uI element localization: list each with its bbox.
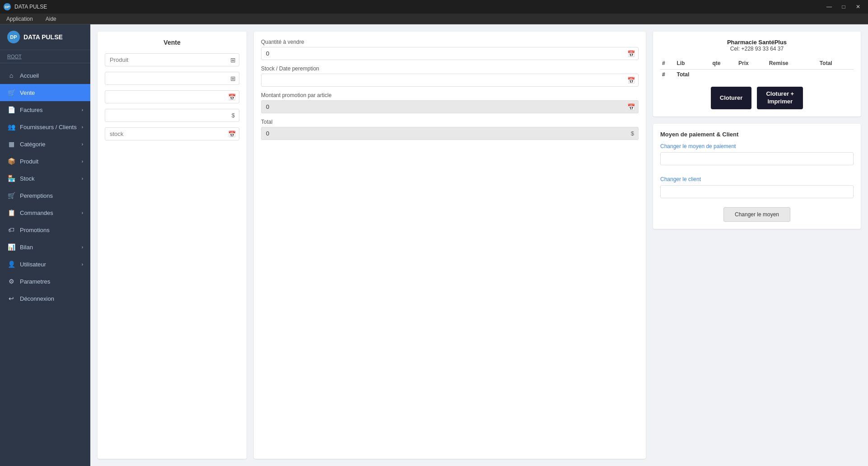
receipt-panel: Pharmacie SantéPlus Cel: +228 93 33 64 3… — [653, 32, 861, 116]
payment-section: Changer le moyen de paiement — [660, 143, 854, 171]
sidebar-logo-text: DATA PULSE — [23, 33, 63, 41]
home-icon: ⌂ — [7, 71, 15, 79]
produit-input[interactable] — [105, 53, 239, 66]
chevron-right-icon: › — [82, 142, 83, 147]
sidebar-item-fournisseurs[interactable]: 👥 Fournisseurs / Clients › — [0, 118, 90, 135]
sidebar-item-promotions[interactable]: 🏷 Promotions — [0, 221, 90, 238]
produit-field-group: ⊞ — [105, 53, 239, 66]
montant-promo-input[interactable] — [261, 100, 639, 113]
montant-promo-field-group: Montant promotion par article 📅 — [261, 92, 639, 113]
sidebar-item-label: Promotions — [20, 227, 83, 233]
dollar-icon: $ — [232, 112, 235, 119]
date-input[interactable] — [105, 90, 239, 103]
client-section: Changer le client — [660, 176, 854, 204]
qte-calendar-button[interactable]: 📅 — [626, 49, 636, 58]
stock-date-input[interactable] — [261, 74, 639, 87]
sidebar-item-parametres[interactable]: ⚙ Parametres — [0, 273, 90, 290]
sidebar-item-produit[interactable]: 📦 Produit › — [0, 153, 90, 170]
client-input[interactable] — [660, 185, 854, 198]
total-label: Total — [675, 70, 710, 80]
stock-calendar-button[interactable]: 📅 — [227, 130, 237, 139]
total-remise — [767, 70, 818, 80]
report-icon: 📊 — [7, 243, 15, 251]
produit-grid-button[interactable]: ⊞ — [229, 56, 237, 65]
sidebar-item-utilisateur[interactable]: 👤 Utilisateur › — [0, 256, 90, 273]
sidebar-item-accueil[interactable]: ⌂ Accueil — [0, 67, 90, 84]
sidebar-logo: DP DATA PULSE — [0, 24, 90, 50]
chevron-right-icon: › — [82, 125, 83, 130]
sidebar-item-categorie[interactable]: ▦ Catégorie › — [0, 135, 90, 153]
sidebar-item-label: Utilisateur — [20, 261, 77, 268]
sidebar-item-label: Peremptions — [20, 192, 83, 199]
calendar-icon-button[interactable]: 📅 — [227, 93, 237, 102]
qte-input[interactable] — [261, 47, 639, 60]
sidebar-item-stock[interactable]: 🏪 Stock › — [0, 170, 90, 187]
categorie-input[interactable] — [105, 72, 239, 85]
receipt-buttons: Cloturer Cloturer + Imprimer — [660, 87, 854, 109]
total-hash: # — [660, 70, 675, 80]
app-layout: DP DATA PULSE ROOT ⌂ Accueil 🛒 Vente 📄 F… — [0, 24, 868, 466]
app-title: DATA PULSE — [14, 4, 47, 10]
col-total: Total — [818, 57, 854, 70]
change-payment-label: Changer le moyen de paiement — [660, 143, 854, 149]
sidebar-item-factures[interactable]: 📄 Factures › — [0, 101, 90, 118]
categorie-grid-button[interactable]: ⊞ — [229, 74, 237, 83]
stock-date-calendar-button[interactable]: 📅 — [626, 76, 636, 85]
stock-icon: 🏪 — [7, 174, 15, 182]
col-lib: Lib — [675, 57, 710, 70]
maximize-button[interactable]: □ — [837, 2, 850, 11]
date-field-group: 📅 — [105, 90, 239, 103]
categorie-input-wrapper: ⊞ — [105, 72, 239, 85]
stock-date-label: Stock / Date peremption — [261, 65, 639, 72]
payment-title: Moyen de paiement & Client — [660, 131, 854, 138]
montant-promo-label: Montant promotion par article — [261, 92, 639, 98]
sidebar-user[interactable]: ROOT — [0, 50, 90, 63]
total-dollar-icon: $ — [631, 130, 634, 137]
total-input[interactable] — [261, 127, 639, 140]
receipt-table: # Lib qte Prix Remise Total # To — [660, 57, 854, 79]
stock-input-wrapper: 📅 — [105, 127, 239, 140]
prix-input[interactable] — [105, 109, 239, 122]
qte-field-group: Quantité à vendre 📅 — [261, 39, 639, 60]
pharmacy-name: Pharmacie SantéPlus — [660, 39, 854, 46]
cart-icon: 🛒 — [7, 89, 15, 97]
chevron-right-icon: › — [82, 107, 83, 112]
date-input-wrapper: 📅 — [105, 90, 239, 103]
right-column: Pharmacie SantéPlus Cel: +228 93 33 64 3… — [653, 32, 861, 459]
cloturer-imprimer-button[interactable]: Cloturer + Imprimer — [757, 87, 803, 109]
sidebar-item-label: Vente — [20, 89, 83, 96]
title-bar: DP DATA PULSE — □ ✕ — [0, 0, 868, 14]
page-content: Vente ⊞ ⊞ — [90, 24, 868, 466]
sidebar-item-vente[interactable]: 🛒 Vente — [0, 84, 90, 101]
chevron-right-icon: › — [82, 176, 83, 181]
montant-promo-input-wrapper: 📅 — [261, 100, 639, 113]
orders-icon: 📋 — [7, 209, 15, 217]
sidebar-item-peremptions[interactable]: 🛒 Peremptions — [0, 187, 90, 204]
payment-method-input[interactable] — [660, 152, 854, 165]
col-qte: qte — [711, 57, 737, 70]
total-amount — [818, 70, 854, 80]
prix-field-group: $ — [105, 109, 239, 122]
sidebar-item-bilan[interactable]: 📊 Bilan › — [0, 238, 90, 256]
sidebar-item-commandes[interactable]: 📋 Commandes › — [0, 204, 90, 221]
stock-input[interactable] — [105, 127, 239, 140]
sidebar-item-deconnexion[interactable]: ↩ Déconnexion — [0, 290, 90, 307]
menu-aide[interactable]: Aide — [43, 15, 59, 23]
menu-application[interactable]: Application — [4, 15, 36, 23]
close-button[interactable]: ✕ — [852, 2, 864, 11]
montant-promo-calendar-button[interactable]: 📅 — [626, 103, 636, 112]
settings-icon: ⚙ — [7, 277, 15, 285]
sidebar-item-label: Catégorie — [20, 141, 77, 148]
prix-input-wrapper: $ — [105, 109, 239, 122]
changer-moyen-button[interactable]: Changer le moyen — [723, 207, 790, 222]
change-client-label: Changer le client — [660, 176, 854, 182]
sidebar-item-label: Déconnexion — [20, 295, 83, 302]
col-remise: Remise — [767, 57, 818, 70]
minimize-button[interactable]: — — [823, 2, 835, 11]
sidebar-item-label: Stock — [20, 175, 77, 182]
col-prix: Prix — [737, 57, 767, 70]
cloturer-button[interactable]: Cloturer — [711, 87, 752, 109]
total-input-wrapper: $ — [261, 127, 639, 140]
sidebar-item-label: Fournisseurs / Clients — [20, 124, 77, 130]
sidebar-item-label: Accueil — [20, 72, 83, 79]
